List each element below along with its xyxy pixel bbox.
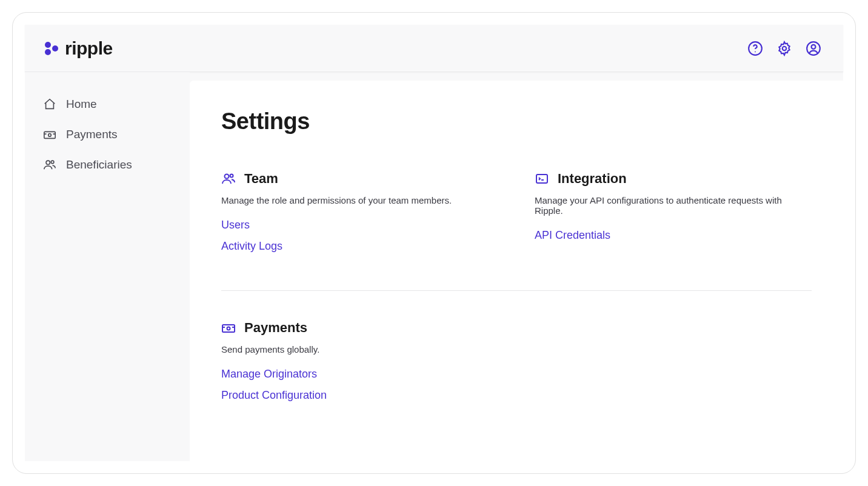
- brand-name: ripple: [65, 38, 113, 59]
- sidebar-item-beneficiaries[interactable]: Beneficiaries: [25, 150, 190, 180]
- section-divider: [221, 290, 812, 291]
- svg-point-4: [755, 51, 756, 52]
- home-icon: [43, 98, 56, 111]
- link-product-configuration[interactable]: Product Configuration: [221, 389, 498, 402]
- sidebar-item-home[interactable]: Home: [25, 89, 190, 119]
- body-row: Home Payments: [25, 72, 843, 461]
- gear-icon[interactable]: [776, 41, 792, 56]
- beneficiaries-icon: [43, 158, 56, 171]
- svg-rect-18: [222, 325, 235, 332]
- settings-row-1: Team Manage the role and permissions of …: [221, 171, 812, 261]
- sidebar: Home Payments: [25, 72, 190, 461]
- user-icon[interactable]: [806, 41, 821, 56]
- help-icon[interactable]: [747, 41, 763, 56]
- integration-icon: [535, 171, 549, 186]
- section-description: Manage the role and permissions of your …: [221, 195, 498, 205]
- ripple-logo-icon: [43, 40, 60, 57]
- section-integration: Integration Manage your API configuratio…: [535, 171, 812, 261]
- link-manage-originators[interactable]: Manage Originators: [221, 368, 498, 381]
- svg-point-1: [45, 49, 51, 55]
- svg-point-7: [812, 44, 816, 48]
- link-activity-logs[interactable]: Activity Logs: [221, 240, 498, 253]
- brand-logo[interactable]: ripple: [43, 38, 113, 59]
- svg-rect-8: [44, 131, 55, 138]
- main-content: Settings Tea: [190, 81, 843, 461]
- section-description: Manage your API configurations to authen…: [535, 195, 812, 216]
- svg-rect-16: [536, 175, 547, 183]
- sidebar-item-label: Home: [66, 98, 97, 111]
- link-users[interactable]: Users: [221, 219, 498, 231]
- section-empty: [535, 320, 812, 410]
- link-api-credentials[interactable]: API Credentials: [535, 229, 812, 242]
- section-team: Team Manage the role and permissions of …: [221, 171, 498, 261]
- app-shell: ripple: [25, 25, 843, 461]
- svg-point-2: [52, 45, 58, 52]
- section-title: Integration: [558, 171, 627, 187]
- sidebar-item-payments[interactable]: Payments: [25, 119, 190, 150]
- section-payments: Payments Send payments globally. Manage …: [221, 320, 498, 410]
- sidebar-item-label: Beneficiaries: [66, 158, 132, 171]
- svg-point-9: [48, 134, 52, 137]
- team-icon: [221, 171, 236, 186]
- svg-point-13: [51, 161, 54, 164]
- payments-icon: [43, 128, 56, 141]
- svg-point-14: [225, 175, 229, 179]
- section-header: Payments: [221, 320, 498, 336]
- section-header: Integration: [535, 171, 812, 187]
- app-frame: ripple: [12, 12, 856, 474]
- topbar-actions: [747, 41, 821, 56]
- payments-section-icon: [221, 321, 236, 335]
- section-description: Send payments globally.: [221, 344, 498, 355]
- svg-point-12: [46, 161, 50, 164]
- settings-row-2: Payments Send payments globally. Manage …: [221, 320, 812, 410]
- section-title: Team: [244, 171, 278, 187]
- section-title: Payments: [244, 320, 307, 336]
- sidebar-item-label: Payments: [66, 128, 117, 141]
- svg-point-5: [783, 46, 787, 50]
- svg-point-0: [45, 42, 51, 48]
- topbar: ripple: [25, 25, 843, 72]
- page-title: Settings: [221, 108, 812, 135]
- section-header: Team: [221, 171, 498, 187]
- svg-point-19: [227, 327, 230, 330]
- svg-point-15: [230, 175, 233, 178]
